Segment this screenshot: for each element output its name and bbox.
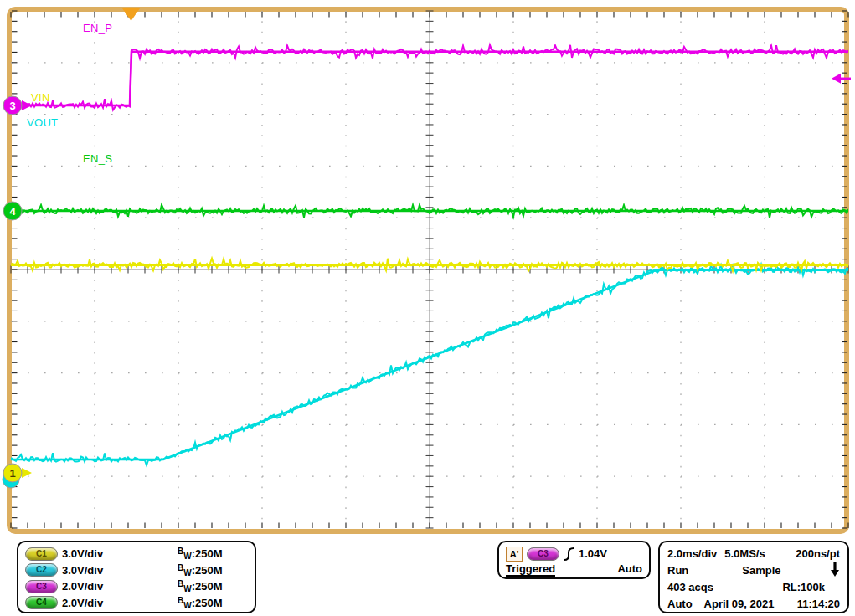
- channel-badge-c4[interactable]: C4: [25, 596, 58, 609]
- channel-readout-panel: C1 3.0V/div BW:250M C2 3.0V/div BW:250M …: [17, 541, 256, 613]
- trigger-aux-badge[interactable]: A': [506, 547, 523, 562]
- channel-row-c3: C3 2.0V/div BW:250M: [25, 578, 246, 595]
- trigger-position-marker[interactable]: [122, 8, 140, 21]
- channel-scale-c4: 2.0V/div: [62, 597, 178, 609]
- trace-en_p: [9, 45, 851, 110]
- trigger-mode-label: Auto: [667, 598, 693, 610]
- trigger-status: Triggered: [506, 562, 555, 577]
- channel-bandwidth-c2: BW:250M: [178, 563, 246, 578]
- run-state: Run: [667, 564, 688, 577]
- acquisition-mode: Sample: [742, 564, 780, 577]
- channel-badge-c2[interactable]: C2: [25, 563, 58, 577]
- channel-marker-c4[interactable]: 4: [3, 202, 22, 220]
- sample-resolution: 200ns/pt: [796, 547, 840, 560]
- channel-bandwidth-c4: BW:250M: [178, 596, 246, 610]
- oscilloscope-screen: { "wave_labels": { "en_p": "EN_P", "vin"…: [0, 0, 855, 616]
- acquisition-count: 403 acqs: [667, 581, 713, 593]
- trace-label-vin: VIN: [31, 91, 50, 104]
- channel-row-c4: C4 2.0V/div BW:250M: [25, 595, 246, 612]
- trigger-mode: Auto: [617, 562, 642, 575]
- timebase-panel: 2.0ms/div 5.0MS/s 200ns/pt Run Sample 40…: [658, 541, 849, 613]
- svg-text:3: 3: [9, 100, 15, 112]
- channel-scale-c1: 3.0V/div: [62, 547, 178, 560]
- channel-row-c2: C2 3.0V/div BW:250M: [25, 562, 246, 579]
- channel-bandwidth-c1: BW:250M: [178, 547, 246, 561]
- channel-scale-c2: 3.0V/div: [62, 564, 178, 577]
- channel-row-c1: C1 3.0V/div BW:250M: [25, 546, 246, 562]
- date-label: April 09, 2021: [704, 598, 775, 610]
- channel-marker-c3[interactable]: 3: [3, 96, 32, 115]
- trace-label-en-p: EN_P: [83, 22, 112, 34]
- time-label: 11:14:20: [797, 598, 840, 610]
- trace-label-vout: VOUT: [27, 116, 58, 129]
- channel-marker-c1[interactable]: 1: [3, 464, 32, 482]
- trigger-readout-panel: A' C3 1.04V Triggered Auto: [497, 541, 651, 579]
- trace-label-en-s: EN_S: [83, 152, 112, 165]
- arrow-down-icon: [830, 562, 840, 578]
- waveform-display: 134: [0, 0, 855, 539]
- sample-rate: 5.0MS/s: [724, 547, 765, 560]
- rising-edge-icon: [564, 547, 574, 562]
- traces: [9, 45, 851, 465]
- timebase-scale: 2.0ms/div: [667, 547, 717, 560]
- trigger-source-badge[interactable]: C3: [527, 547, 559, 561]
- channel-badge-c1[interactable]: C1: [25, 547, 58, 561]
- channel-bandwidth-c3: BW:250M: [178, 579, 246, 593]
- channel-badge-c3[interactable]: C3: [25, 580, 58, 593]
- channel-scale-c3: 2.0V/div: [62, 580, 178, 593]
- trace-en_s: [9, 205, 851, 218]
- svg-text:4: 4: [9, 205, 16, 218]
- trigger-level-value: 1.04V: [579, 547, 607, 560]
- record-length: RL:100k: [782, 581, 825, 593]
- svg-text:1: 1: [9, 467, 15, 480]
